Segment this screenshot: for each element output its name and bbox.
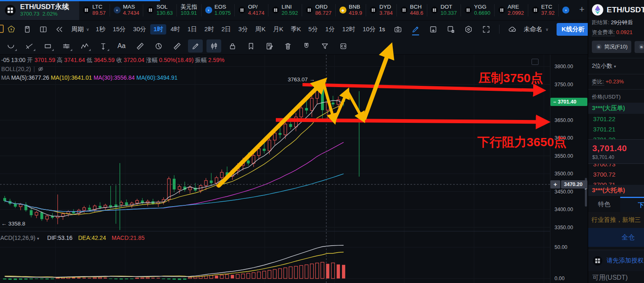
camera-icon[interactable] [394, 25, 402, 34]
timeframe-15分[interactable]: 15分 [110, 24, 129, 35]
parallel-lines-tool-icon[interactable] [59, 39, 73, 53]
add-auth-button[interactable]: 请先添加授权 [588, 250, 644, 271]
lock-tool-icon[interactable] [225, 39, 240, 53]
timeframe-1分[interactable]: 1分 [322, 24, 338, 35]
edit-pencil-icon[interactable] [411, 25, 420, 34]
bid-wall-row[interactable]: 3***(大托单) [588, 185, 644, 196]
timeframe-12时[interactable]: 12时 [339, 24, 359, 35]
layout-name[interactable]: 未命名 [524, 25, 542, 33]
panel-tabs: 特色 下单 [588, 197, 644, 212]
ask-wall-row[interactable]: 3***(大压单) [588, 103, 644, 114]
ohlc-value: 2.59% [208, 57, 225, 63]
boll-legend[interactable]: BOLL(20,2)| [1, 66, 44, 72]
candle-draw-tool-icon[interactable] [206, 39, 221, 53]
ticker-item[interactable]: ETC37.92 [528, 4, 559, 16]
fullscreen-icon[interactable] [482, 25, 490, 34]
magnet-tool-icon[interactable] [299, 39, 314, 53]
measure-tool-icon[interactable] [170, 39, 184, 53]
tab-place-order[interactable]: 下单 [620, 197, 644, 212]
ticker-item[interactable]: ORD86.727 [302, 4, 335, 16]
ticker-item[interactable]: ◗EOS1.0975 [201, 4, 235, 16]
promo-banner[interactable]: 行业首推，新增三 [588, 212, 644, 228]
trendline-tool-icon[interactable] [22, 39, 37, 53]
timeframe-5分[interactable]: 5分 [305, 24, 321, 35]
clipped-button[interactable]: B [635, 41, 644, 53]
timeframe-30分[interactable]: 30分 [130, 24, 149, 35]
kline-analysis-button[interactable]: K线分析 [557, 23, 589, 36]
price-axis[interactable]: 3800.003750.003650.003600.003550.003500.… [550, 55, 588, 283]
timeframe-1时[interactable]: 1时 [150, 24, 166, 35]
ticker-item[interactable]: YGG0.6690 [461, 4, 494, 16]
ticker-item[interactable]: ◆BNB419.9 [335, 4, 366, 16]
macd-tick: 0.00 [555, 276, 564, 281]
ma-value: MA(30):3556.84 [94, 74, 135, 81]
ticker-item[interactable]: ARE2.0992 [494, 4, 528, 16]
text-tool-icon[interactable]: Aa [114, 39, 129, 53]
bookmark-tool-icon[interactable] [243, 39, 258, 53]
profile-button[interactable]: B 简况(F10) [592, 41, 631, 53]
notes-tool-icon[interactable] [262, 39, 277, 53]
delete-tool-icon[interactable] [280, 39, 295, 53]
price-note-tool-icon[interactable] [96, 39, 110, 53]
candlestick-chart[interactable] [0, 55, 550, 283]
cloud-icon[interactable] [508, 25, 517, 34]
timeframe-周K[interactable]: 周K [252, 24, 269, 35]
clipped-chart-icon[interactable] [0, 25, 4, 33]
ticker-item[interactable]: LTC89.57 [79, 4, 110, 16]
chart-area[interactable]: -05 13:00 开 3701.59 高 3741.64 低 3645.59 … [0, 55, 550, 283]
ticker-item[interactable]: LINI20.592 [268, 4, 302, 16]
timeframe-10分[interactable]: 10分 [360, 24, 379, 35]
ratio-row: 委比: +0.23% [588, 75, 644, 87]
ruler-tool-icon[interactable] [133, 39, 147, 53]
ticker-item[interactable]: DOT10.337 [427, 4, 461, 16]
ticker-item[interactable]: BCH448.6 [396, 4, 427, 16]
price-tick: 3800.00 [555, 64, 573, 69]
eye-off-icon[interactable] [37, 66, 44, 72]
margin-mode-button[interactable]: 全仓 [588, 228, 644, 247]
ticker-item[interactable]: DYD3.784 [366, 4, 396, 16]
timeframe-1日[interactable]: 1日 [184, 24, 200, 35]
protractor-tool-icon[interactable] [151, 39, 166, 53]
add-ticker-button[interactable]: + [579, 4, 584, 15]
ticker-price: 0.6690 [474, 10, 490, 16]
tab-features[interactable]: 特色 [588, 197, 620, 212]
rewind-icon[interactable] [55, 25, 64, 34]
brush-tool-icon[interactable] [188, 39, 203, 53]
indicator-icon[interactable] [447, 25, 455, 34]
pattern-tool-icon[interactable] [77, 39, 92, 53]
sync-tool-icon[interactable] [336, 39, 351, 53]
resolution-label[interactable]: 1s [379, 26, 385, 32]
timeframe-2时[interactable]: 2时 [201, 24, 217, 35]
ask-price-row[interactable]: 3701.21 [588, 124, 644, 134]
maximize-pane-icon[interactable] [532, 59, 539, 65]
ticker-bar: ETH/USDT永续 3700.73 2.02% LTC89.57◗MAS4.7… [0, 0, 644, 21]
arc-tool-icon[interactable] [3, 39, 18, 53]
timeframe-1秒[interactable]: 1秒 [92, 24, 108, 35]
timeframe-2日[interactable]: 2日 [218, 24, 234, 35]
timeframe-4时[interactable]: 4时 [167, 24, 183, 35]
ticker-item[interactable]: ◗MAS4.7434 [110, 4, 143, 16]
ticker-item[interactable]: 美元指103.91 [176, 4, 201, 16]
ticker-item[interactable]: ◗FIL/10.329 [558, 4, 572, 16]
decimals-dropdown[interactable]: 2位小数 ▾ [588, 59, 644, 73]
last-price: 3,701.40 [592, 143, 644, 153]
active-ticker[interactable]: ETH/USDT永续 3700.73 2.02% [0, 0, 79, 20]
timeframe-月K[interactable]: 月K [270, 24, 286, 35]
settings-hexagon-icon[interactable] [464, 25, 473, 34]
coin-icon [83, 7, 90, 14]
filter-tool-icon[interactable] [317, 39, 332, 53]
timeframe-3分[interactable]: 3分 [235, 24, 251, 35]
layout-grid-icon[interactable] [39, 25, 48, 34]
period-dropdown[interactable]: 周期 [71, 25, 84, 33]
save-layout-icon[interactable] [23, 25, 32, 34]
ticker-item[interactable]: OP/4.4174 [234, 4, 268, 16]
timeframe-季K[interactable]: 季K [287, 24, 304, 35]
settlement-row: 距结算: 29分钟后 [588, 18, 644, 28]
ticker-item[interactable]: SOL130.63 [143, 4, 176, 16]
rectangle-tool-icon[interactable] [40, 39, 55, 53]
price-tick: 3500.00 [555, 171, 573, 177]
ask-price-row[interactable]: 3701.22 [588, 114, 644, 124]
add-pane-icon[interactable] [429, 25, 438, 34]
bid-price-row[interactable]: 3700.72 [588, 169, 644, 179]
quick-trade-icon[interactable] [7, 25, 16, 34]
